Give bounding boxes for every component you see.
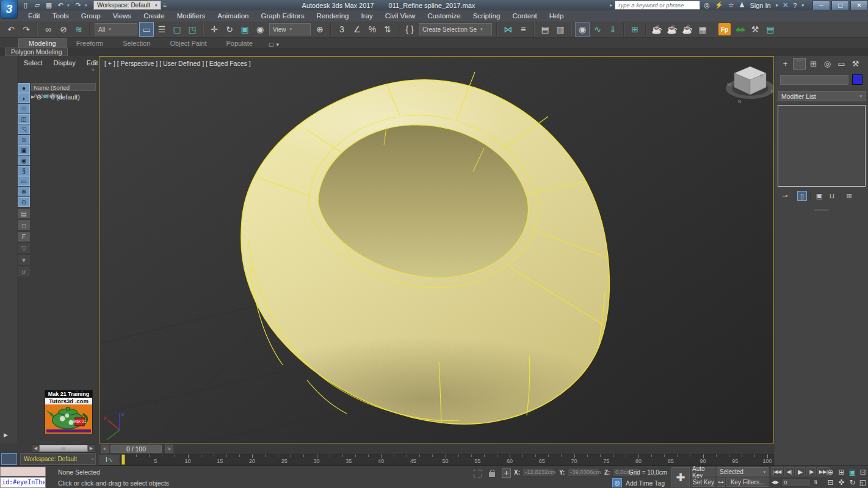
scrollbar-thumb[interactable]: ||| — [39, 445, 88, 452]
minimize-button[interactable]: ─ — [812, 1, 830, 10]
mirror-icon[interactable]: ⋈ — [501, 22, 515, 37]
tab-modify-icon[interactable]: ⌒ — [793, 58, 806, 70]
frame-spinner-icon[interactable]: ⇅ — [812, 478, 819, 487]
named-selection-dropdown[interactable]: Create Selection Se ▾ — [419, 23, 492, 35]
explorer-menu-display[interactable]: Display — [49, 59, 80, 66]
compass-n-label[interactable]: N — [738, 99, 741, 104]
redo-icon[interactable]: ↷ — [73, 1, 83, 10]
display-xrefs-icon[interactable]: ◉ — [18, 156, 30, 165]
select-object-button[interactable]: ▭ — [139, 22, 154, 37]
plugin-tools-icon[interactable]: ⚒ — [748, 22, 762, 37]
tab-freeform[interactable]: Freeform — [67, 39, 114, 48]
tab-utilities-icon[interactable]: ⚒ — [849, 58, 862, 70]
snap-toggle-3d-icon[interactable]: 3 — [335, 22, 349, 37]
exchange-apps-icon[interactable]: ✕ — [783, 1, 788, 9]
menu-animation[interactable]: Animation — [211, 12, 255, 20]
zoom-icon[interactable]: ⊕ — [825, 467, 836, 477]
snaps-action-icon[interactable]: ⊞ — [627, 22, 642, 37]
plugin-list-icon[interactable]: ▤ — [763, 22, 778, 37]
user-icon[interactable]: ♟ — [739, 1, 745, 9]
render-setup-icon[interactable]: ☕ — [649, 22, 664, 37]
display-frozen-icon[interactable]: ❄ — [18, 187, 30, 196]
toggle-layer-explorer-icon[interactable]: ▥ — [553, 22, 568, 37]
menu-iray[interactable]: Iray — [355, 12, 378, 20]
help-icon[interactable]: ? — [793, 2, 797, 9]
named-selection-sets-icon[interactable]: { } — [402, 22, 417, 37]
viewport-label[interactable]: [ + ] [ Perspective ] [ User Defined ] [… — [104, 60, 251, 67]
restore-button[interactable]: ▢ — [831, 1, 849, 10]
tab-create-icon[interactable]: + — [779, 58, 792, 70]
y-coord-field[interactable]: -39,0306cm — [568, 468, 599, 476]
menu-graph-editors[interactable]: Graph Editors — [255, 12, 310, 20]
toolbar-options-icon[interactable]: ☰ — [163, 3, 167, 8]
menu-tools[interactable]: Tools — [46, 12, 75, 20]
select-and-link-icon[interactable]: ∞ — [41, 22, 56, 37]
render-iterative-icon[interactable]: ☕ — [680, 22, 695, 37]
key-icon[interactable]: ⊶ — [717, 478, 725, 487]
undo-icon[interactable]: ↶ — [56, 1, 65, 10]
maximize-viewport-icon[interactable]: ◱ — [858, 478, 868, 487]
modifier-stack-box[interactable] — [778, 105, 866, 187]
toggle-scene-explorer-icon[interactable]: ▤ — [538, 22, 552, 37]
select-and-scale-icon[interactable]: ▣ — [237, 22, 252, 37]
object-name-field[interactable] — [780, 75, 848, 85]
selection-region-icon[interactable] — [474, 470, 482, 478]
search-icon[interactable]: ◎ — [704, 1, 710, 9]
explorer-column-header[interactable]: Name (Sorted Ascending) — [31, 83, 96, 91]
key-mode-dropdown[interactable]: Selected ▾ — [717, 467, 769, 476]
align-icon[interactable]: ≡ — [516, 22, 530, 37]
modifier-list-dropdown[interactable]: Modifier List ▾ — [778, 91, 866, 101]
previous-frame-arrow[interactable]: < — [101, 445, 109, 453]
compass-e-label[interactable]: E — [771, 90, 773, 94]
display-bones-icon[interactable]: § — [18, 166, 30, 176]
current-frame-field[interactable]: 0 — [781, 478, 811, 487]
explorer-row-layer0[interactable]: ▶ ⊙ ≋ 0 (default) — [31, 92, 97, 101]
compass-w-label[interactable]: W — [727, 82, 731, 87]
tab-selection[interactable]: Selection — [113, 39, 160, 48]
next-frame-button[interactable]: |▶ — [806, 467, 816, 476]
search-caret-icon[interactable]: ▸ — [610, 2, 612, 8]
model-seat-ring[interactable] — [222, 72, 624, 443]
rectangular-selection-region-icon[interactable]: ▢ — [170, 22, 184, 37]
angle-snap-icon[interactable]: ∠ — [350, 22, 364, 37]
field-of-view-icon[interactable]: ⊟ — [825, 478, 836, 487]
menu-group[interactable]: Group — [75, 12, 107, 20]
maxscript-mini-listener[interactable]: id:#eyeInThe: — [0, 477, 46, 488]
tab-display-icon[interactable]: ▭ — [835, 58, 848, 70]
workspace-toggle-button[interactable] — [1, 453, 17, 465]
communication-center-icon[interactable]: ⚡ — [715, 1, 723, 9]
set-keys-button[interactable]: ✚ — [671, 467, 690, 487]
macro-recorder-field[interactable] — [0, 467, 46, 476]
panel-divider-handle[interactable] — [814, 209, 829, 211]
selection-filter-dropdown[interactable]: All ▾ — [95, 23, 137, 35]
selection-lock-icon[interactable] — [489, 472, 495, 477]
zoom-extents-all-icon[interactable]: ⊡ — [858, 467, 868, 477]
pan-hand-icon[interactable]: ✜ — [836, 478, 847, 487]
percent-snap-icon[interactable]: % — [365, 22, 380, 37]
polygon-modeling-panel-button[interactable]: Polygon Modeling — [5, 48, 68, 56]
reference-coordinate-dropdown[interactable]: View ▾ — [269, 23, 311, 35]
menu-rendering[interactable]: Rendering — [310, 12, 355, 20]
select-and-place-icon[interactable]: ◉ — [253, 22, 267, 37]
play-button[interactable]: ▶ — [795, 467, 805, 476]
undo-button[interactable]: ↶ — [4, 22, 18, 37]
display-groups-icon[interactable]: ▣ — [18, 145, 30, 155]
rendered-frame-window-icon[interactable]: ▦ — [695, 22, 710, 37]
prev-next-key-icon[interactable]: ◀▶ — [771, 478, 779, 487]
open-file-icon[interactable]: ▱ — [32, 1, 42, 10]
workspace-dropdown[interactable]: Workspace: Default ▾ — [93, 1, 161, 10]
display-space-warps-icon[interactable]: ≋ — [18, 135, 30, 145]
set-key-button[interactable]: Set Key — [692, 478, 715, 487]
ribbon-config-icon[interactable]: ▢ ▾ — [269, 41, 279, 48]
pin-stack-icon[interactable]: ⊸ — [780, 191, 790, 201]
display-hidden-icon[interactable]: ⊙ — [18, 197, 30, 207]
viewcube[interactable]: N E S W — [726, 66, 773, 104]
bind-to-space-warp-icon[interactable]: ≋ — [71, 22, 86, 37]
schematic-view-icon[interactable]: ⇓ — [606, 22, 620, 37]
remove-modifier-icon[interactable]: ⊔ — [827, 191, 837, 201]
workspace-overflow-chevron-icon[interactable]: » — [92, 454, 94, 464]
horizontal-scrollbar[interactable]: ◀ ||| ▶ — [32, 444, 95, 453]
x-coord-field[interactable]: -12,8232cm — [523, 468, 554, 476]
select-by-name-icon[interactable]: ☰ — [154, 22, 169, 37]
menu-help[interactable]: Help — [543, 12, 570, 20]
